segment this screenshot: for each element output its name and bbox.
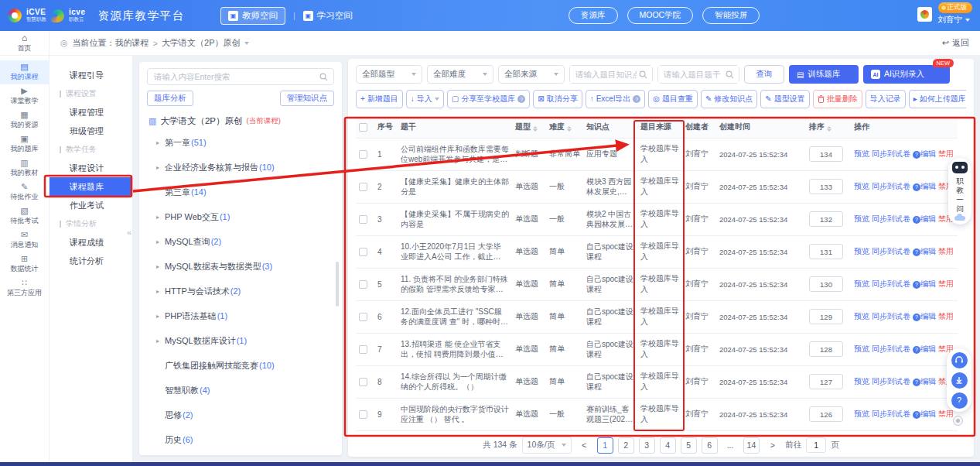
disable-link[interactable]: 禁用	[938, 409, 954, 418]
tree-node[interactable]: 第三章(14)	[147, 180, 334, 204]
help-button[interactable]: ?	[951, 392, 968, 409]
menu-collapse-handle[interactable]: «	[127, 228, 131, 237]
row-checkbox[interactable]	[359, 313, 367, 321]
order-input[interactable]: 134	[809, 146, 843, 162]
tree-root-course[interactable]: ▥ 大学语文（2P）原创 (当前课程)	[147, 115, 334, 127]
how-to-upload-button[interactable]: ▸如何上传题库?	[909, 90, 966, 108]
rail-item-pending-exams[interactable]: ▧待批考试	[0, 204, 49, 228]
tree-node[interactable]: 历史(6)	[147, 427, 334, 452]
page-button-5[interactable]: 5	[681, 437, 697, 454]
order-input[interactable]: 130	[809, 276, 843, 292]
batch-delete-button[interactable]: 批量删除	[813, 90, 862, 108]
duplicate-check-button[interactable]: ◎题目查重	[648, 90, 698, 108]
sync-to-paper-link[interactable]: 同步到试卷	[872, 279, 910, 288]
tree-node[interactable]: ▸MySQL数据库设计(1)	[147, 328, 334, 353]
question-type-select[interactable]: 全部题型	[356, 65, 422, 84]
tree-node[interactable]: 广铁集团接触网技能竞赛(10)	[147, 353, 334, 378]
preview-link[interactable]: 预览	[854, 344, 869, 353]
tree-node[interactable]: ▸MySQL数据表与数据类型(3)	[147, 254, 334, 279]
edit-link[interactable]: 编辑	[920, 344, 936, 353]
question-type-setting-button[interactable]: ✎题型设置	[760, 90, 809, 108]
edit-link[interactable]: 编辑	[920, 247, 936, 255]
breadcrumb-course-dropdown[interactable]: 大学语文（2P）原创	[162, 37, 248, 49]
rail-item-home[interactable]: ⌂首页	[0, 31, 49, 56]
order-input[interactable]: 127	[809, 374, 843, 389]
disable-link[interactable]: 禁用	[938, 247, 954, 255]
excel-export-button[interactable]: ↑Excel导出?	[586, 90, 645, 108]
back-button[interactable]: ↩ 返回	[942, 37, 969, 49]
disable-link[interactable]: 禁用	[938, 312, 954, 320]
help-icon[interactable]: ?	[913, 281, 920, 289]
order-input[interactable]: 129	[809, 309, 843, 324]
rail-item-pending-homework[interactable]: ✎待批作业	[0, 180, 49, 204]
edit-link[interactable]: 编辑	[920, 214, 936, 223]
sort-icon[interactable]	[827, 126, 831, 132]
sort-icon[interactable]	[533, 126, 538, 132]
tree-node[interactable]: ▸企业经济业务核算与报告(10)	[147, 155, 334, 180]
ai-recognize-button[interactable]: AIAI识别录入 NEW	[863, 65, 950, 84]
goto-page-input[interactable]	[806, 437, 826, 453]
tree-node[interactable]: ▸MySQL查询(2)	[147, 229, 334, 254]
select-all-checkbox[interactable]	[359, 123, 367, 132]
sync-to-paper-link[interactable]: 同步到试卷	[872, 377, 910, 385]
help-icon[interactable]: ?	[913, 314, 920, 321]
import-button[interactable]: ↓导入	[406, 90, 444, 108]
preview-link[interactable]: 预览	[854, 409, 869, 418]
tree-node[interactable]: ▸PHP Web交互(1)	[147, 204, 334, 229]
row-checkbox[interactable]	[359, 215, 367, 224]
rail-item-my-textbooks[interactable]: ▥我的教材	[0, 156, 49, 180]
menu-item-course-grades[interactable]: 课程成绩	[50, 233, 132, 252]
rail-item-my-question-bank[interactable]: ▣我的题库	[0, 132, 49, 156]
top-link-1[interactable]: MOOC学院	[627, 7, 694, 24]
row-checkbox[interactable]	[359, 248, 367, 256]
help-icon[interactable]: ?	[913, 183, 920, 191]
row-checkbox[interactable]	[359, 150, 367, 159]
page-button-4[interactable]: 4	[660, 437, 676, 454]
page-button-3[interactable]: 3	[639, 437, 655, 454]
next-page-button[interactable]: >	[764, 437, 780, 454]
tree-search-input[interactable]	[148, 69, 333, 84]
top-link-0[interactable]: 资源库	[569, 7, 618, 24]
edit-link[interactable]: 编辑	[920, 409, 936, 418]
help-icon[interactable]: ?	[633, 95, 640, 103]
rail-item-third-party-apps[interactable]: ∷第三方应用	[0, 276, 49, 300]
add-question-button[interactable]: +新增题目	[356, 90, 403, 108]
difficulty-select[interactable]: 全部难度	[427, 65, 493, 84]
menu-item-course-design[interactable]: 课程设计	[50, 159, 132, 177]
help-icon[interactable]: ?	[913, 379, 920, 386]
preview-link[interactable]: 预览	[854, 182, 869, 190]
sync-to-paper-link[interactable]: 同步到试卷	[872, 149, 910, 158]
preview-link[interactable]: 预览	[854, 149, 869, 158]
cancel-share-button[interactable]: ⊠取消分享	[533, 90, 582, 108]
edit-link[interactable]: 编辑	[920, 312, 936, 320]
order-input[interactable]: 128	[809, 341, 843, 357]
edit-link[interactable]: 编辑	[920, 377, 936, 385]
rail-item-my-courses[interactable]: ▤我的课程	[0, 60, 49, 84]
help-icon[interactable]: ?	[913, 346, 920, 354]
help-icon[interactable]: ?	[913, 151, 920, 159]
ai-assistant-widget[interactable]: 职教一问	[948, 158, 971, 224]
preview-link[interactable]: 预览	[854, 214, 869, 223]
edit-link[interactable]: 编辑	[920, 279, 936, 288]
nav-teacher-space[interactable]: ▣教师空间	[220, 7, 285, 25]
menu-item-homework-exam[interactable]: 作业考试	[50, 196, 132, 214]
tree-scrollbar[interactable]	[336, 262, 339, 307]
page-button-6[interactable]: 6	[702, 437, 718, 454]
rail-item-notifications[interactable]: ✉消息通知	[0, 228, 49, 252]
download-button[interactable]	[951, 372, 968, 389]
disable-link[interactable]: 禁用	[938, 149, 954, 158]
sync-to-paper-link[interactable]: 同步到试卷	[872, 409, 910, 418]
customer-service-button[interactable]	[951, 352, 968, 368]
menu-item-course-question-bank[interactable]: 课程题库	[50, 177, 132, 196]
user-menu[interactable]: 刘育宁	[938, 15, 971, 26]
tree-node[interactable]: 智慧职教(4)	[147, 378, 334, 403]
edit-link[interactable]: 编辑	[920, 149, 936, 158]
order-input[interactable]: 131	[809, 244, 843, 259]
help-icon[interactable]: ?	[913, 216, 920, 224]
bank-analysis-button[interactable]: 题库分析	[147, 91, 193, 106]
sync-to-paper-link[interactable]: 同步到试卷	[872, 182, 910, 190]
collapse-widget-button[interactable]	[953, 416, 963, 426]
help-icon[interactable]: ?	[913, 411, 920, 419]
tree-node[interactable]: ▸第一章(51)	[147, 130, 334, 155]
nav-learning-space[interactable]: ▣学习空间	[303, 10, 353, 22]
